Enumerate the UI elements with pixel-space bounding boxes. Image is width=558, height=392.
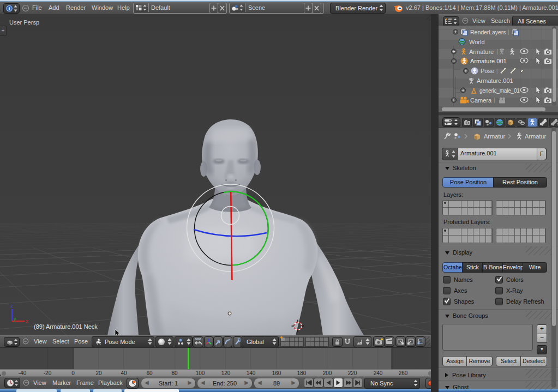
svg-text:z: z [10,303,13,309]
svg-text:World: World [469,39,485,45]
svg-text:x: x [26,318,28,324]
svg-text:y: y [14,316,16,322]
svg-text:Armature.001: Armature.001 [470,58,507,64]
svg-text:|: | [496,68,498,74]
svg-text:Camera: Camera [470,97,492,104]
svg-text:(89) Armature.001 Neck: (89) Armature.001 Neck [34,323,98,330]
svg-text:Pose: Pose [481,68,494,74]
svg-text:RenderLayers: RenderLayers [470,29,506,35]
svg-text:Armatur: Armatur [484,133,505,140]
svg-text:Armature.001: Armature.001 [477,77,513,84]
svg-text:Armatur: Armatur [525,133,546,140]
svg-text:|: | [497,49,499,55]
svg-text:|: | [508,29,509,35]
svg-text:|: | [494,97,495,103]
svg-text:User Persp: User Persp [9,19,39,26]
svg-text:generic_male_01: generic_male_01 [479,88,520,94]
svg-text:Armature: Armature [469,49,494,55]
